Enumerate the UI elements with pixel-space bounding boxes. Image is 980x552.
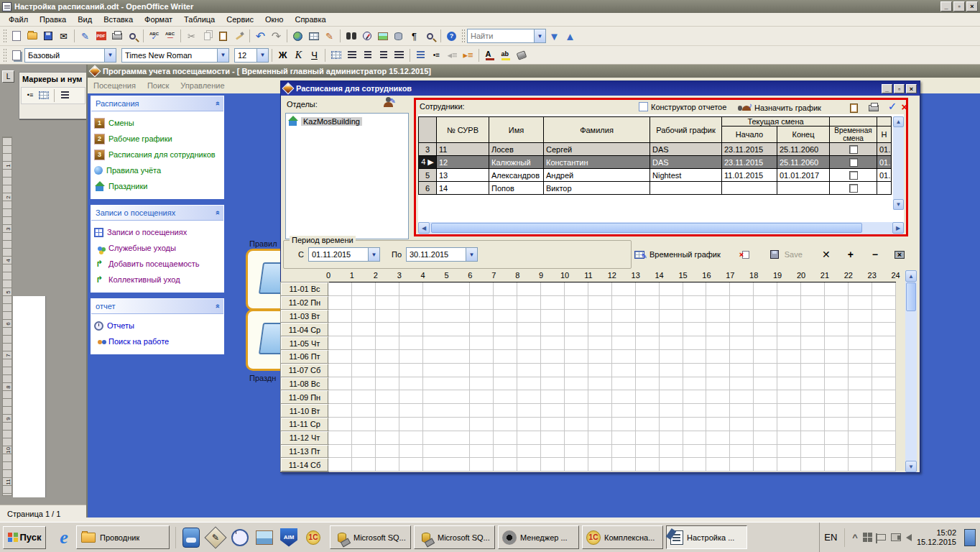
- grid-vscroll-thumb[interactable]: [906, 282, 916, 311]
- bold-icon[interactable]: Ж: [275, 47, 290, 63]
- print-icon[interactable]: [109, 29, 124, 44]
- hscroll-thumb[interactable]: [431, 223, 862, 233]
- save-button[interactable]: Save: [768, 248, 803, 261]
- format-paintbrush-icon[interactable]: [231, 29, 246, 44]
- open-icon[interactable]: [24, 29, 40, 44]
- dialog-maximize-button[interactable]: ▫: [894, 84, 905, 93]
- paste-icon[interactable]: [216, 29, 231, 44]
- schedule-row-cells[interactable]: [328, 445, 896, 459]
- task-button-onec[interactable]: 1СКомплексна...: [582, 525, 663, 549]
- zoom-icon[interactable]: [422, 29, 438, 44]
- nav-item[interactable]: ↱Добавить посещаемость: [94, 256, 222, 272]
- nav-item[interactable]: 1Смены: [94, 115, 222, 131]
- employee-row[interactable]: 513АлександровАндрейNightest11.01.201501…: [419, 169, 892, 182]
- action-center-icon[interactable]: [877, 534, 886, 540]
- collapse-chevron-icon[interactable]: »: [213, 304, 221, 308]
- scroll-right-icon[interactable]: ▶: [892, 222, 904, 234]
- employee-row[interactable]: 4 ▶12КалюжныйКонстантинDAS23.11.201525.1…: [419, 156, 892, 169]
- scroll-down-icon[interactable]: ▼: [893, 199, 904, 210]
- from-date-dropdown-icon[interactable]: ▼: [368, 248, 379, 261]
- schedule-row-cells[interactable]: [328, 323, 896, 336]
- schedule-row-cells[interactable]: [328, 458, 896, 472]
- new-document-icon[interactable]: [9, 29, 24, 44]
- schedule-row-label[interactable]: 11-12 Чт: [281, 431, 328, 445]
- writer-menu-item[interactable]: Файл: [3, 14, 34, 25]
- find-toolbar-combo[interactable]: Найти ▼: [467, 29, 546, 43]
- schedule-row-cells[interactable]: [328, 404, 896, 418]
- scroll-up-icon[interactable]: ▲: [893, 116, 904, 127]
- show-desktop-icon[interactable]: [964, 529, 976, 546]
- temp-schedule-button[interactable]: ✎ Временный график: [633, 248, 721, 261]
- redo-icon[interactable]: ↷: [269, 29, 284, 44]
- explorer-task-button[interactable]: Проводник: [76, 525, 170, 549]
- schedule-row-label[interactable]: 11-03 Вт: [281, 310, 328, 323]
- temp-shift-checkbox[interactable]: [849, 145, 858, 154]
- undo-icon[interactable]: ↶: [253, 29, 268, 44]
- schedule-row-label[interactable]: 11-01 Вс: [281, 282, 328, 296]
- schedule-row-cells[interactable]: [328, 310, 896, 323]
- writer-menu-item[interactable]: Вид: [72, 14, 98, 25]
- signature-tool-icon[interactable]: ✎: [203, 525, 228, 550]
- nav-item[interactable]: Праздники: [94, 178, 222, 194]
- size-dropdown-icon[interactable]: ▼: [256, 49, 268, 62]
- schedule-row-cells[interactable]: [328, 390, 896, 404]
- gallery-icon[interactable]: [375, 29, 390, 44]
- app-menu-item[interactable]: Управление: [175, 80, 230, 91]
- to-date-combo[interactable]: 30.11.2015 ▼: [406, 247, 478, 262]
- onec-quicklaunch-icon[interactable]: 1С: [301, 525, 325, 550]
- clear-grid-icon[interactable]: ×: [893, 248, 906, 261]
- numbered-list-icon[interactable]: [413, 47, 428, 63]
- formatting-marks-icon[interactable]: ¶: [407, 29, 422, 44]
- writer-menu-item[interactable]: Формат: [139, 14, 178, 25]
- find-replace-icon[interactable]: [343, 29, 359, 44]
- grid-scroll-up-icon[interactable]: ▲: [905, 270, 917, 282]
- schedule-row-label[interactable]: 11-14 Сб: [281, 458, 328, 472]
- remove-assignment-icon[interactable]: ×: [739, 248, 752, 261]
- hyperlink-icon[interactable]: [290, 29, 305, 44]
- dialog-minimize-button[interactable]: _: [882, 84, 892, 93]
- department-assign-icon[interactable]: ✎: [382, 97, 394, 110]
- nav-item[interactable]: Записи о посещениях: [94, 224, 222, 240]
- copy-icon[interactable]: [200, 29, 215, 44]
- writer-menu-item[interactable]: Справка: [289, 14, 331, 25]
- collapse-chevron-icon[interactable]: »: [213, 211, 221, 215]
- export-pdf-icon[interactable]: PDF: [93, 29, 108, 44]
- tab-stop-selector[interactable]: L: [2, 70, 14, 83]
- task-button-sql[interactable]: Microsoft SQ...: [414, 525, 495, 549]
- schedule-row-label[interactable]: 11-02 Пн: [281, 296, 328, 310]
- edit-file-icon[interactable]: ✎: [78, 29, 93, 44]
- help-icon[interactable]: ?: [444, 29, 459, 44]
- schedule-row-label[interactable]: 11-11 Ср: [281, 418, 328, 431]
- collapse-chevron-icon[interactable]: »: [213, 101, 221, 106]
- schedule-row-label[interactable]: 11-13 Пт: [281, 445, 328, 459]
- toolbar-handle[interactable]: [461, 29, 465, 43]
- grid-vscrollbar[interactable]: ▲ ▼: [905, 270, 917, 472]
- schedule-row-cells[interactable]: [328, 336, 896, 350]
- find-input[interactable]: Найти: [468, 32, 534, 40]
- background-color-icon[interactable]: [514, 47, 529, 63]
- nav-section-header[interactable]: отчет»: [91, 299, 223, 314]
- employee-row[interactable]: 311ЛосевСергейDAS23.11.201525.11.206001.…: [419, 143, 892, 156]
- data-sources-icon[interactable]: [391, 29, 406, 44]
- schedule-row-cells[interactable]: [328, 431, 896, 445]
- nav-section-header[interactable]: Записи о посещениях»: [91, 206, 223, 221]
- departments-list[interactable]: KazMosBuilding: [285, 113, 409, 239]
- nav-item[interactable]: 2Рабочие графики: [94, 131, 222, 147]
- tray-clock[interactable]: 15:02 15.12.2015: [917, 528, 956, 547]
- writer-menu-item[interactable]: Таблица: [178, 14, 221, 25]
- email-icon[interactable]: ✉: [56, 29, 71, 44]
- task-button-writer[interactable]: Настройка ...: [666, 525, 747, 549]
- schedule-row-label[interactable]: 11-10 Вт: [281, 404, 328, 418]
- task-button-sql[interactable]: Microsoft SQ...: [330, 525, 411, 549]
- schedule-row-label[interactable]: 11-09 Пн: [281, 390, 328, 404]
- task-button-eye[interactable]: Менеджер ...: [498, 525, 579, 549]
- temp-shift-checkbox[interactable]: [849, 171, 858, 180]
- styles-icon[interactable]: [9, 47, 24, 63]
- navigator-icon[interactable]: [359, 29, 374, 44]
- bullets-toggle-icon[interactable]: •≡: [24, 89, 36, 101]
- col-schedule[interactable]: Рабочий график: [650, 117, 722, 143]
- cancel-icon[interactable]: ×: [898, 100, 911, 113]
- align-center-icon[interactable]: [360, 47, 375, 63]
- clock-tool-icon[interactable]: [228, 525, 252, 550]
- add-icon[interactable]: +: [844, 248, 857, 261]
